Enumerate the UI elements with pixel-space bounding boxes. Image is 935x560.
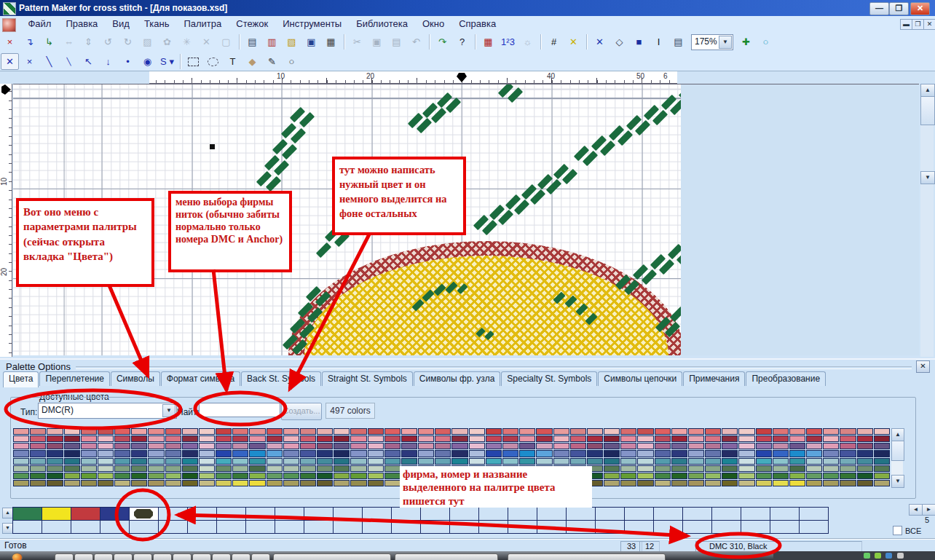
- palette-swatch[interactable]: [655, 465, 671, 472]
- taskbar-button[interactable]: [273, 553, 391, 560]
- palette-swatch[interactable]: [148, 428, 164, 435]
- palette-swatch[interactable]: [722, 435, 738, 442]
- scroll-down-icon[interactable]: ▼: [920, 171, 935, 184]
- palette-swatch[interactable]: [671, 435, 687, 442]
- palette-swatch[interactable]: [182, 443, 198, 449]
- used-color-cell[interactable]: [100, 520, 130, 534]
- palette-swatch[interactable]: [368, 473, 384, 479]
- tab-3[interactable]: Символы: [111, 371, 160, 386]
- palette-swatch[interactable]: [823, 480, 839, 486]
- palette-swatch[interactable]: [773, 458, 789, 465]
- palette-swatch[interactable]: [401, 435, 417, 442]
- paste-icon[interactable]: ▤: [387, 33, 406, 50]
- palette-swatch[interactable]: [587, 450, 603, 457]
- palette-swatch[interactable]: [722, 480, 738, 486]
- palette-swatch[interactable]: [722, 443, 738, 449]
- palette-swatch[interactable]: [789, 458, 805, 465]
- menu-файл[interactable]: Файл: [20, 16, 58, 32]
- palette-swatch[interactable]: [30, 450, 46, 457]
- eyedropper-icon[interactable]: ✎: [263, 53, 281, 70]
- taskbar-button[interactable]: [114, 553, 133, 560]
- palette-swatch[interactable]: [637, 480, 653, 486]
- used-color-cell[interactable]: [304, 520, 334, 534]
- used-color-cell[interactable]: [537, 520, 567, 534]
- palette-swatch[interactable]: [620, 473, 636, 479]
- palette-swatch[interactable]: [165, 435, 181, 442]
- palette-swatch[interactable]: [300, 435, 316, 442]
- palette-swatch[interactable]: [81, 435, 97, 442]
- palette-swatch[interactable]: [232, 480, 248, 486]
- undo-icon[interactable]: ↶: [407, 33, 425, 50]
- palette-swatch[interactable]: [451, 458, 468, 465]
- palette-swatch[interactable]: [773, 465, 789, 472]
- palette-swatch[interactable]: [334, 428, 350, 435]
- palette-swatch[interactable]: [283, 480, 299, 486]
- palette-swatch[interactable]: [519, 458, 535, 465]
- palette-swatch[interactable]: [519, 450, 535, 457]
- palette-swatch[interactable]: [671, 473, 687, 479]
- chevron-down-icon[interactable]: ▼: [719, 36, 732, 49]
- used-color-cell[interactable]: [245, 520, 275, 534]
- copy-icon[interactable]: ▣: [368, 33, 386, 50]
- palette-swatch[interactable]: [789, 473, 805, 479]
- fit-window-icon[interactable]: ✚: [737, 33, 755, 50]
- palette-swatch[interactable]: [655, 450, 671, 457]
- palette-swatch[interactable]: [47, 458, 63, 465]
- taskbar-button[interactable]: [232, 553, 250, 560]
- send-pattern-icon[interactable]: ↴: [20, 33, 39, 50]
- used-color-cell[interactable]: [216, 507, 246, 521]
- palette-swatch[interactable]: [30, 443, 46, 449]
- palette-swatch[interactable]: [756, 458, 772, 465]
- palette-swatch[interactable]: [232, 458, 248, 465]
- menu-стежок[interactable]: Стежок: [229, 16, 275, 32]
- palette-swatch[interactable]: [148, 473, 164, 479]
- palette-swatch[interactable]: [756, 450, 772, 457]
- taskbar-button[interactable]: [55, 553, 74, 560]
- palette-swatch[interactable]: [30, 458, 46, 465]
- palette-swatch[interactable]: [553, 450, 569, 457]
- palette-swatch[interactable]: [13, 473, 29, 479]
- palette-swatch[interactable]: [114, 443, 130, 449]
- quarter-stitch-icon[interactable]: ↖: [79, 53, 98, 70]
- palette-swatch[interactable]: [773, 443, 789, 449]
- palette-swatch[interactable]: [131, 458, 147, 465]
- palette-swatch[interactable]: [300, 480, 316, 486]
- palette-swatch[interactable]: [840, 435, 856, 442]
- palette-swatch[interactable]: [756, 428, 772, 435]
- palette-swatch[interactable]: [267, 465, 283, 472]
- palette-swatch[interactable]: [604, 443, 620, 449]
- menu-ткань[interactable]: Ткань: [137, 16, 177, 32]
- palette-swatch[interactable]: [655, 428, 671, 435]
- palette-swatch[interactable]: [451, 428, 468, 435]
- used-color-cell[interactable]: [478, 507, 508, 521]
- used-color-cell[interactable]: [566, 520, 596, 534]
- palette-swatch[interactable]: [216, 443, 232, 449]
- palette-swatch[interactable]: [756, 480, 772, 486]
- palette-swatch[interactable]: [451, 443, 468, 449]
- used-color-cell[interactable]: [741, 520, 770, 534]
- palette-swatch[interactable]: [738, 443, 754, 449]
- mdi-minimize-button[interactable]: ▬: [900, 19, 912, 30]
- palette-swatch[interactable]: [401, 443, 417, 449]
- new-file-icon[interactable]: ▤: [243, 33, 261, 50]
- palette-swatch[interactable]: [283, 458, 299, 465]
- palette-swatch[interactable]: [604, 428, 620, 435]
- special-stitch-icon[interactable]: S ▾: [158, 53, 176, 70]
- palette-swatch[interactable]: [773, 473, 789, 479]
- palette-swatch[interactable]: [722, 458, 738, 465]
- palette-swatch[interactable]: [823, 458, 839, 465]
- palette-swatch[interactable]: [384, 435, 401, 442]
- palette-swatch[interactable]: [840, 465, 856, 472]
- palette-swatch[interactable]: [806, 443, 822, 449]
- palette-swatch[interactable]: [13, 443, 29, 449]
- palette-swatch[interactable]: [401, 458, 417, 465]
- palette-swatch[interactable]: [384, 443, 401, 449]
- palette-swatch[interactable]: [688, 450, 704, 457]
- show-all-checkbox[interactable]: ВСЕ: [893, 526, 921, 535]
- palette-swatch[interactable]: [722, 428, 738, 435]
- colors-page-right-icon[interactable]: ►: [922, 504, 935, 516]
- palette-swatch[interactable]: [789, 443, 805, 449]
- stamp-icon[interactable]: ✿: [158, 33, 176, 50]
- palette-swatch[interactable]: [300, 443, 316, 449]
- palette-swatch[interactable]: [705, 435, 721, 442]
